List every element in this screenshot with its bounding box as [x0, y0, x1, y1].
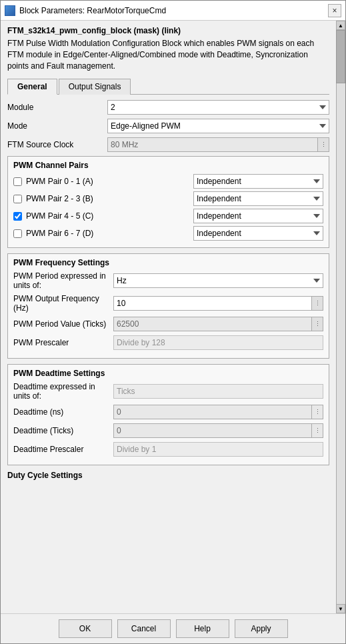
module-label: Module — [7, 103, 107, 112]
title-bar: Block Parameters: RearMotorTorqueCmd × — [1, 1, 345, 21]
deadtime-ticks-label: Deadtime (Ticks) — [13, 426, 113, 435]
mode-row: Mode Edge-Aligned PWM Center-Aligned PWM… — [7, 119, 329, 133]
deadtime-ns-row: Deadtime (ns) ⋮ — [13, 405, 323, 419]
pwm-period-value-control: ⋮ — [113, 317, 323, 331]
pwm-output-freq-label: PWM Output Frequency (Hz) — [13, 294, 113, 313]
pwm-channel-pairs-title: PWM Channel Pairs — [13, 161, 323, 170]
deadtime-ticks-input — [113, 423, 311, 438]
deadtime-ns-label: Deadtime (ns) — [13, 407, 113, 417]
pair-2-label: PWM Pair 4 - 5 (C) — [26, 211, 193, 221]
deadtime-prescaler-label: Deadtime Prescaler — [13, 445, 113, 454]
scroll-down-arrow[interactable]: ▼ — [336, 604, 345, 613]
mode-select[interactable]: Edge-Aligned PWM Center-Aligned PWM Comb… — [107, 119, 329, 133]
pair-2-checkbox[interactable] — [13, 212, 22, 221]
block-title: FTM_s32k14_pwm_config_block (mask) (link… — [7, 26, 329, 35]
module-select[interactable]: 2 0134 — [107, 100, 329, 115]
ftm-source-clock-input: 80 MHz — [107, 137, 317, 152]
pair-0-row: PWM Pair 0 - 1 (A) IndependentCombinedCo… — [13, 174, 323, 189]
scroll-thumb[interactable] — [336, 30, 345, 83]
deadtime-prescaler-row: Deadtime Prescaler Divide by 1 — [13, 442, 323, 457]
mode-label: Mode — [7, 121, 107, 131]
pwm-freq-settings-section: PWM Frequency Settings PWM Period expres… — [7, 253, 329, 359]
content-scroll-wrapper: FTM_s32k14_pwm_config_block (mask) (link… — [1, 21, 345, 613]
deadtime-ticks-btn: ⋮ — [311, 423, 323, 438]
ftm-source-clock-control: 80 MHz ⋮ — [107, 137, 329, 152]
pair-3-checkbox[interactable] — [13, 229, 22, 238]
pwm-period-unit-label: PWM Period expressed in units of: — [13, 271, 113, 290]
deadtime-ticks-row: Deadtime (Ticks) ⋮ — [13, 423, 323, 438]
pair-1-checkbox[interactable] — [13, 195, 22, 203]
ok-button[interactable]: OK — [59, 619, 112, 638]
block-description: FTM Pulse Width Modulation Configuration… — [7, 38, 329, 71]
deadtime-unit-select: Ticksns — [113, 384, 323, 399]
deadtime-ns-input — [113, 405, 311, 419]
inner-scroll-area[interactable]: FTM_s32k14_pwm_config_block (mask) (link… — [1, 21, 336, 613]
pwm-output-freq-control: ⋮ — [113, 296, 323, 311]
pwm-period-value-btn[interactable]: ⋮ — [311, 317, 323, 331]
pair-1-row: PWM Pair 2 - 3 (B) IndependentCombinedCo… — [13, 191, 323, 206]
pair-1-label: PWM Pair 2 - 3 (B) — [26, 194, 193, 203]
pwm-output-freq-row: PWM Output Frequency (Hz) ⋮ — [13, 294, 323, 313]
pwm-output-freq-btn[interactable]: ⋮ — [311, 296, 323, 311]
pwm-output-freq-input[interactable] — [113, 296, 311, 311]
pair-0-label: PWM Pair 0 - 1 (A) — [26, 177, 193, 186]
scroll-up-arrow[interactable]: ▲ — [336, 21, 345, 30]
ftm-source-clock-btn[interactable]: ⋮ — [317, 137, 329, 152]
pwm-prescaler-label: PWM Prescaler — [13, 338, 113, 347]
pwm-period-unit-select[interactable]: HzTicks — [113, 273, 323, 288]
window-title: Block Parameters: RearMotorTorqueCmd — [19, 6, 324, 15]
window-icon — [5, 5, 15, 16]
duty-cycle-title: Duty Cycle Settings — [7, 471, 329, 480]
tab-bar: General Output Signals — [7, 78, 329, 95]
deadtime-unit-label: Deadtime expressed in units of: — [13, 382, 113, 401]
button-bar: OK Cancel Help Apply — [1, 613, 345, 643]
scroll-track: ▲ ▼ — [336, 21, 345, 613]
pwm-channel-pairs-section: PWM Channel Pairs PWM Pair 0 - 1 (A) Ind… — [7, 156, 329, 248]
deadtime-ns-btn: ⋮ — [311, 405, 323, 419]
window: Block Parameters: RearMotorTorqueCmd × F… — [0, 0, 346, 644]
ftm-source-clock-label: FTM Source Clock — [7, 140, 107, 149]
pwm-period-value-row: PWM Period Value (Ticks) ⋮ — [13, 317, 323, 331]
pwm-prescaler-select: Divide by 128 — [113, 335, 323, 350]
pair-0-select[interactable]: IndependentCombinedComplementary — [193, 174, 323, 189]
pwm-period-unit-row: PWM Period expressed in units of: HzTick… — [13, 271, 323, 290]
module-row: Module 2 0134 — [7, 100, 329, 115]
pwm-period-value-label: PWM Period Value (Ticks) — [13, 319, 113, 329]
pwm-period-value-input — [113, 317, 311, 331]
cancel-button[interactable]: Cancel — [117, 619, 171, 638]
close-button[interactable]: × — [328, 4, 341, 17]
pair-0-checkbox[interactable] — [13, 177, 22, 186]
deadtime-prescaler-select: Divide by 1 — [113, 442, 323, 457]
pair-3-row: PWM Pair 6 - 7 (D) IndependentCombinedCo… — [13, 226, 323, 241]
deadtime-ns-control: ⋮ — [113, 405, 323, 419]
pair-3-label: PWM Pair 6 - 7 (D) — [26, 229, 193, 238]
pair-2-row: PWM Pair 4 - 5 (C) IndependentCombinedCo… — [13, 209, 323, 223]
pwm-deadtime-settings-title: PWM Deadtime Settings — [13, 369, 323, 378]
pwm-freq-settings-title: PWM Frequency Settings — [13, 258, 323, 267]
pwm-prescaler-row: PWM Prescaler Divide by 128 — [13, 335, 323, 350]
pair-1-select[interactable]: IndependentCombinedComplementary — [193, 191, 323, 206]
tab-output-signals[interactable]: Output Signals — [59, 79, 131, 95]
help-button[interactable]: Help — [176, 619, 229, 638]
tab-general[interactable]: General — [7, 79, 57, 95]
pwm-deadtime-settings-section: PWM Deadtime Settings Deadtime expressed… — [7, 364, 329, 465]
pair-2-select[interactable]: IndependentCombinedComplementary — [193, 209, 323, 223]
pair-3-select[interactable]: IndependentCombinedComplementary — [193, 226, 323, 241]
ftm-source-clock-row: FTM Source Clock 80 MHz ⋮ — [7, 137, 329, 152]
apply-button[interactable]: Apply — [235, 619, 288, 638]
deadtime-unit-row: Deadtime expressed in units of: Ticksns — [13, 382, 323, 401]
deadtime-ticks-control: ⋮ — [113, 423, 323, 438]
